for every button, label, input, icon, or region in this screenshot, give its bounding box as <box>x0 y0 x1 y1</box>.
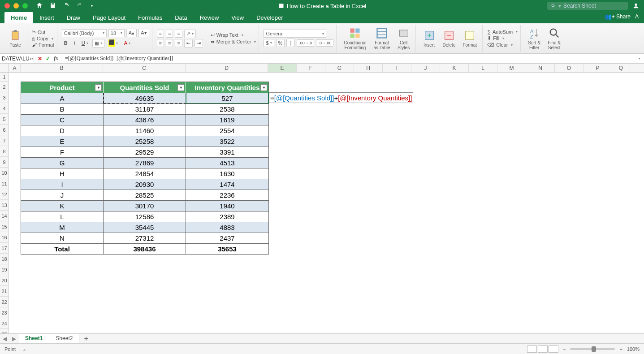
col-header-N[interactable]: N <box>526 64 555 72</box>
user-icon[interactable] <box>632 2 640 9</box>
decrease-decimal-button[interactable]: .0→.00 <box>316 39 333 47</box>
table-cell[interactable]: 1474 <box>186 179 268 190</box>
table-cell[interactable]: 4883 <box>186 222 268 233</box>
qat-more-icon[interactable]: ▾ <box>91 4 93 8</box>
table-cell[interactable]: 31187 <box>104 104 186 114</box>
col-header-E[interactable]: E <box>268 64 297 72</box>
cut-icon[interactable]: ✂ <box>32 29 36 35</box>
fill-icon[interactable]: ⬇ <box>487 35 491 41</box>
row-header-1[interactable]: 1 <box>0 73 9 82</box>
number-format-select[interactable]: General▾ <box>264 30 326 38</box>
table-cell[interactable]: E <box>21 136 104 147</box>
sheet-tab-sheet2[interactable]: Sheet2 <box>49 334 79 344</box>
table-cell[interactable]: 29529 <box>104 147 186 157</box>
redo-icon[interactable] <box>76 2 83 10</box>
row-header-17[interactable]: 17 <box>0 243 9 254</box>
table-row[interactable]: F295293391 <box>21 147 268 157</box>
table-cell[interactable]: 20930 <box>104 179 186 190</box>
share-button[interactable]: 👥+ Share <box>605 13 631 20</box>
col-header-K[interactable]: K <box>440 64 469 72</box>
col-header-I[interactable]: I <box>383 64 411 72</box>
table-row[interactable]: L125862389 <box>21 211 268 222</box>
fx-icon[interactable]: fx <box>54 55 58 62</box>
table-cell[interactable]: N <box>21 233 104 243</box>
percent-button[interactable]: % <box>276 39 285 47</box>
table-cell[interactable]: 2538 <box>186 104 268 114</box>
col-header-Q[interactable]: Q <box>612 64 630 72</box>
font-name-select[interactable]: Calibri (Body)▾ <box>62 29 107 37</box>
sheet-tab-sheet1[interactable]: Sheet1 <box>19 334 49 344</box>
row-header-13[interactable]: 13 <box>0 200 9 211</box>
tab-view[interactable]: View <box>225 12 250 23</box>
table-header[interactable]: Product▾ <box>21 82 104 93</box>
table-cell[interactable]: 11460 <box>104 125 186 136</box>
row-header-21[interactable]: 21 <box>0 286 9 297</box>
table-row[interactable]: M354454883 <box>21 222 268 233</box>
tab-draw[interactable]: Draw <box>61 12 86 23</box>
normal-view-button[interactable] <box>527 345 537 353</box>
table-row[interactable]: E252583522 <box>21 136 268 147</box>
fill-button[interactable]: Fill <box>493 35 499 41</box>
increase-decimal-button[interactable]: .00→.0 <box>297 39 314 47</box>
increase-indent-button[interactable]: ⇥ <box>194 39 203 47</box>
zoom-out-button[interactable]: − <box>563 346 566 352</box>
name-box[interactable]: DATEVALU▴▾ <box>0 56 34 62</box>
merge-center-button[interactable]: Merge & Center <box>216 39 251 44</box>
row-header-14[interactable]: 14 <box>0 211 9 221</box>
align-left-button[interactable]: ≡ <box>157 39 164 47</box>
next-sheet-icon[interactable]: ▶ <box>9 336 19 342</box>
table-cell[interactable]: 4513 <box>186 157 268 168</box>
row-header-11[interactable]: 11 <box>0 178 9 189</box>
table-cell[interactable]: B <box>21 104 104 114</box>
tab-developer[interactable]: Developer <box>250 12 289 23</box>
table-cell[interactable]: J <box>21 190 104 200</box>
undo-icon[interactable] <box>63 2 70 10</box>
home-icon[interactable] <box>36 2 43 10</box>
merge-icon[interactable]: ⬌ <box>211 39 215 45</box>
comma-button[interactable]: ❳ <box>286 39 295 47</box>
col-header-D[interactable]: D <box>186 64 268 72</box>
row-header-2[interactable]: 2 <box>0 82 9 92</box>
table-cell[interactable]: 1940 <box>186 200 268 211</box>
filter-icon[interactable]: ▾ <box>95 84 102 91</box>
decrease-font-button[interactable]: A▾ <box>138 29 149 37</box>
cut-label[interactable]: Cut <box>38 30 45 35</box>
align-center-button[interactable]: ≡ <box>166 39 173 47</box>
col-header-B[interactable]: B <box>21 64 103 72</box>
table-cell[interactable]: 3522 <box>186 136 268 147</box>
bold-button[interactable]: B <box>62 39 70 47</box>
maximize-window[interactable] <box>22 3 28 9</box>
data-table[interactable]: Product▾Quantities Sold▾Inventory Quanti… <box>21 82 269 255</box>
table-cell[interactable]: G <box>21 157 104 168</box>
collapse-ribbon-icon[interactable]: ᐱ <box>635 13 639 20</box>
col-header-H[interactable]: H <box>354 64 383 72</box>
row-header-23[interactable]: 23 <box>0 307 9 318</box>
table-cell[interactable]: A <box>21 93 104 104</box>
row-header-5[interactable]: 5 <box>0 114 9 125</box>
minimize-window[interactable] <box>13 3 19 9</box>
col-header-G[interactable]: G <box>325 64 354 72</box>
row-header-4[interactable]: 4 <box>0 103 9 114</box>
row-header-8[interactable]: 8 <box>0 146 9 157</box>
expand-formula-bar-icon[interactable]: ▾ <box>639 56 640 60</box>
search-sheet-input[interactable]: ▾ Search Sheet <box>547 2 628 10</box>
wrap-text-button[interactable]: Wrap Text <box>216 32 238 38</box>
zoom-level[interactable]: 100% <box>627 346 640 352</box>
table-cell[interactable]: H <box>21 168 104 179</box>
align-right-button[interactable]: ≡ <box>175 39 182 47</box>
row-header-18[interactable]: 18 <box>0 254 9 264</box>
table-cell[interactable]: 49635 <box>104 93 186 104</box>
spreadsheet-grid[interactable]: ABCDEFGHIJKLMNOPQ 1234567891011121314151… <box>0 64 644 344</box>
table-cell[interactable]: 43676 <box>104 114 186 125</box>
table-cell[interactable]: F <box>21 147 104 157</box>
table-cell[interactable]: 2389 <box>186 211 268 222</box>
prev-sheet-icon[interactable]: ◀ <box>0 336 9 342</box>
autosum-icon[interactable]: ∑ <box>487 29 491 35</box>
orientation-button[interactable]: ↗▾ <box>184 30 196 38</box>
row-header-24[interactable]: 24 <box>0 318 9 329</box>
formula-input[interactable]: =[@[Quantities Sold]]+[@[Inventory Quant… <box>62 55 637 62</box>
filter-icon[interactable]: ▾ <box>177 84 184 91</box>
table-row[interactable]: I209301474 <box>21 179 268 190</box>
clear-icon[interactable]: ⌫ <box>487 42 494 48</box>
format-painter-label[interactable]: Format <box>39 42 54 47</box>
